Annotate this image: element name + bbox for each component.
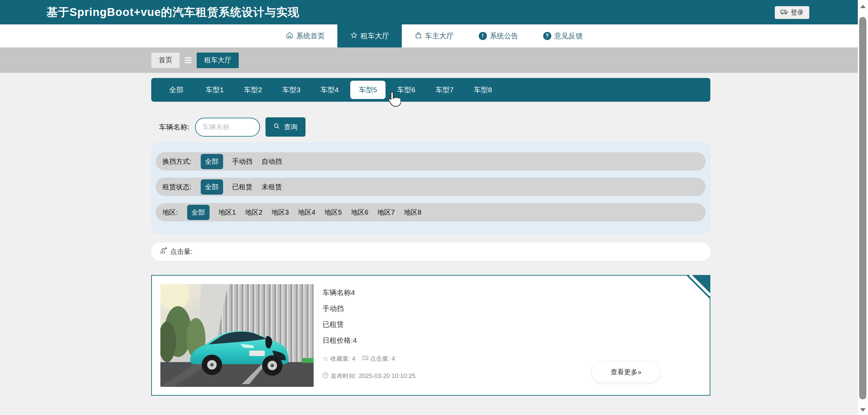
breadcrumb-current: 租车大厅 <box>197 53 239 68</box>
filter-gear: 换挡方式: 全部 手动挡 自动挡 <box>156 152 706 171</box>
filter-label: 地区: <box>162 208 178 217</box>
publish-time-value: 2025-03-20 10:10:25 <box>359 373 415 380</box>
nav-item-rental-hall[interactable]: 租车大厅 <box>337 24 402 47</box>
filter-option[interactable]: 地区3 <box>272 208 289 217</box>
filter-option[interactable]: 地区6 <box>351 208 368 217</box>
tab-type8[interactable]: 车型8 <box>465 81 500 99</box>
search-row: 车辆名称: 查询 <box>151 117 710 137</box>
breadcrumb: 首页 租车大厅 <box>0 47 868 73</box>
nav-label: 车主大厅 <box>425 31 454 41</box>
category-tabs: 全部 车型1 车型2 车型3 车型4 车型5 车型6 车型7 车型8 <box>151 78 710 102</box>
search-input[interactable] <box>195 118 260 137</box>
scrollbar-up-arrow[interactable] <box>860 5 866 8</box>
filter-status: 租赁状态: 全部 已租赁 未租赁 <box>156 178 706 196</box>
publish-time: 发布时间: 2025-03-20 10:10:25 <box>322 372 415 380</box>
publish-time-label: 发布时间: <box>331 372 357 380</box>
favorites-label: 收藏量: <box>330 355 350 363</box>
car-price: 日租价格:4 <box>322 337 415 344</box>
filter-region: 地区: 全部 地区1 地区2 地区3 地区4 地区5 地区6 地区7 地区8 <box>156 203 706 221</box>
tab-all[interactable]: 全部 <box>159 81 194 99</box>
corner-ribbon <box>686 275 710 299</box>
car-card[interactable]: 车辆名称4 手动挡 已租赁 日租价格:4 ☆ 收藏量: 4 <box>151 275 710 396</box>
main-nav: 系统首页 租车大厅 车主大厅 ! 系统公告 ? 意见反馈 <box>0 24 868 47</box>
filter-option[interactable]: 地区5 <box>324 208 342 217</box>
filter-option[interactable]: 手动挡 <box>232 157 253 166</box>
main-content: 全部 车型1 车型2 车型3 车型4 车型5 车型6 车型7 车型8 车辆名称:… <box>151 73 710 396</box>
truck-icon <box>781 9 788 17</box>
tab-type7[interactable]: 车型7 <box>427 81 462 99</box>
nav-label: 系统首页 <box>296 31 325 41</box>
clock-icon <box>322 372 329 380</box>
tab-type1[interactable]: 车型1 <box>197 81 232 99</box>
tab-type4[interactable]: 车型4 <box>312 81 347 99</box>
home-icon <box>286 32 293 41</box>
search-button-label: 查询 <box>284 122 297 132</box>
tab-type5[interactable]: 车型5 <box>350 81 386 99</box>
clicks-stat: 点击量: 4 <box>362 355 395 363</box>
scrollbar[interactable] <box>858 0 868 415</box>
tab-type2[interactable]: 车型2 <box>235 81 271 99</box>
filter-option[interactable]: 未租赁 <box>262 182 282 192</box>
filter-label: 换挡方式: <box>162 157 192 166</box>
question-circle-icon: ? <box>543 32 551 40</box>
scrollbar-down-arrow[interactable] <box>860 408 866 412</box>
chart-icon <box>160 247 167 256</box>
search-button[interactable]: 查询 <box>265 117 305 137</box>
filter-option[interactable]: 自动挡 <box>262 157 282 166</box>
filter-option[interactable]: 地区1 <box>219 208 236 217</box>
clicks-sort-bar[interactable]: 点击量: <box>151 242 710 261</box>
view-more-button[interactable]: 查看更多» <box>591 361 660 382</box>
monitor-icon <box>362 355 368 362</box>
filter-panel: 换挡方式: 全部 手动挡 自动挡 租赁状态: 全部 已租赁 未租赁 地区: 全部… <box>151 142 710 234</box>
login-button[interactable]: 登录 <box>775 6 809 19</box>
filter-option[interactable]: 全部 <box>201 154 223 169</box>
tab-type3[interactable]: 车型3 <box>274 81 309 99</box>
filter-option[interactable]: 地区2 <box>245 208 262 217</box>
breadcrumb-home[interactable]: 首页 <box>151 53 180 68</box>
nav-label: 意见反馈 <box>554 31 583 41</box>
filter-option[interactable]: 全部 <box>201 179 223 195</box>
star-icon <box>350 32 358 41</box>
car-gear: 手动挡 <box>322 305 415 312</box>
page: 基于SpringBoot+vue的汽车租赁系统设计与实现 登录 系统首页 <box>0 0 868 415</box>
nav-item-home[interactable]: 系统首页 <box>273 24 337 47</box>
nav-item-announcements[interactable]: ! 系统公告 <box>466 24 531 47</box>
star-outline-icon: ☆ <box>322 355 329 362</box>
car-status: 已租赁 <box>322 321 415 328</box>
favorites-value: 4 <box>352 355 355 362</box>
hamburger-icon <box>185 57 192 63</box>
filter-option[interactable]: 地区8 <box>404 208 421 217</box>
clicks-value: 4 <box>392 355 395 362</box>
scrollbar-thumb[interactable] <box>859 17 866 399</box>
car-stats: ☆ 收藏量: 4 点击量: 4 <box>322 355 415 363</box>
car-name: 车辆名称4 <box>322 289 415 296</box>
car-info: 车辆名称4 手动挡 已租赁 日租价格:4 ☆ 收藏量: 4 <box>322 284 415 387</box>
login-label: 登录 <box>791 8 804 17</box>
nav-label: 系统公告 <box>490 31 518 41</box>
app-title: 基于SpringBoot+vue的汽车租赁系统设计与实现 <box>46 0 299 24</box>
filter-option[interactable]: 全部 <box>187 205 210 220</box>
clicks-label: 点击量: <box>370 355 390 363</box>
filter-option[interactable]: 地区7 <box>377 208 395 217</box>
filter-option[interactable]: 已租赁 <box>232 182 253 192</box>
nav-item-feedback[interactable]: ? 意见反馈 <box>531 24 595 47</box>
favorites-stat: ☆ 收藏量: 4 <box>322 355 355 363</box>
info-circle-icon: ! <box>479 32 487 40</box>
nav-label: 租车大厅 <box>361 31 389 41</box>
car-photo <box>160 284 314 387</box>
search-icon <box>273 123 280 131</box>
bag-icon <box>415 32 422 41</box>
tab-type6[interactable]: 车型6 <box>389 81 424 99</box>
clicks-sort-label: 点击量: <box>170 247 193 256</box>
nav-item-owner-hall[interactable]: 车主大厅 <box>402 24 466 47</box>
app-header: 基于SpringBoot+vue的汽车租赁系统设计与实现 登录 <box>0 0 868 24</box>
filter-label: 租赁状态: <box>162 182 192 192</box>
search-label: 车辆名称: <box>159 122 190 132</box>
filter-option[interactable]: 地区4 <box>298 208 315 217</box>
